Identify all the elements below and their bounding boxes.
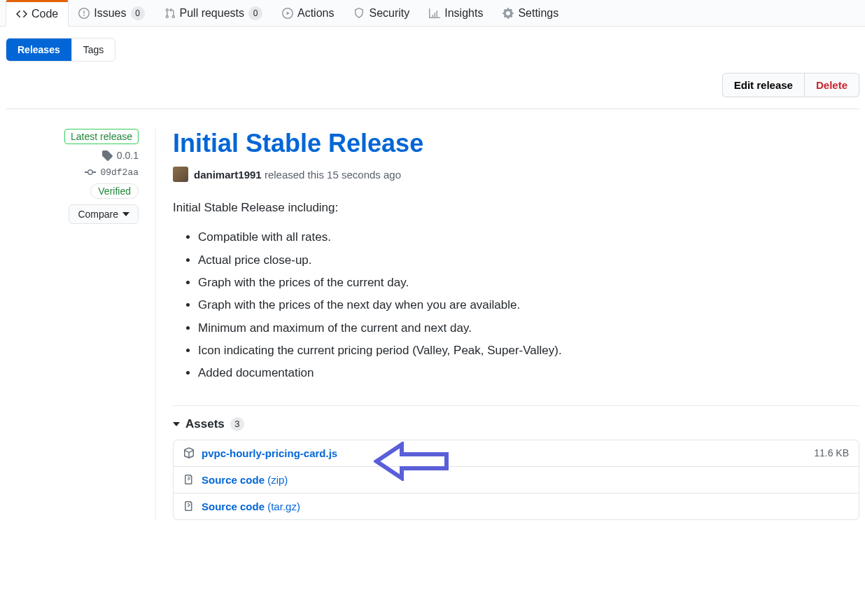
issues-count: 0 — [131, 6, 145, 20]
tab-actions-label: Actions — [297, 7, 334, 20]
pulls-count: 0 — [248, 6, 262, 20]
release-bullets: Compatible with all rates.Actual price c… — [198, 228, 859, 382]
release-meta: danimart1991 released this 15 seconds ag… — [173, 167, 859, 182]
release-meta-text: released this 15 seconds ago — [262, 169, 401, 181]
tab-code-label: Code — [31, 8, 58, 20]
file-zip-icon — [183, 474, 195, 485]
asset-size: 11.6 KB — [814, 447, 849, 458]
compare-button[interactable]: Compare — [69, 204, 139, 224]
code-icon — [16, 8, 27, 20]
release-description: Initial Stable Release including: Compat… — [173, 199, 859, 383]
list-item: Added documentation — [198, 364, 859, 382]
release-author[interactable]: danimart1991 — [194, 169, 262, 181]
assets-count: 3 — [230, 417, 244, 431]
package-icon — [183, 447, 195, 458]
tab-security-label: Security — [369, 7, 409, 20]
tab-insights[interactable]: Insights — [419, 1, 493, 25]
commit-sha: 09df2aa — [100, 167, 139, 178]
tab-settings[interactable]: Settings — [493, 1, 568, 25]
list-item: Compatible with all rates. — [198, 228, 859, 246]
avatar[interactable] — [173, 167, 188, 182]
asset-row[interactable]: pvpc-hourly-pricing-card.js 11.6 KB — [174, 440, 859, 467]
tab-issues[interactable]: Issues 0 — [69, 1, 154, 26]
tab-insights-label: Insights — [444, 7, 483, 20]
assets-toggle[interactable]: Assets 3 — [173, 405, 859, 431]
tag-icon — [101, 150, 113, 161]
tab-issues-label: Issues — [94, 7, 126, 20]
asset-name: Source code (zip) — [202, 474, 288, 486]
tab-code[interactable]: Code — [6, 0, 69, 27]
compare-label: Compare — [78, 209, 118, 220]
latest-release-badge: Latest release — [64, 129, 139, 144]
assets-label: Assets — [185, 417, 225, 431]
asset-row[interactable]: Source code (tar.gz) — [174, 493, 859, 519]
file-zip-icon — [183, 500, 195, 512]
tab-security[interactable]: Security — [344, 1, 419, 25]
release-version: 0.0.1 — [117, 150, 139, 161]
issue-icon — [78, 8, 90, 19]
release-content: Initial Stable Release danimart1991 rele… — [156, 129, 859, 520]
release-tag[interactable]: 0.0.1 — [101, 150, 139, 161]
assets-list: pvpc-hourly-pricing-card.js 11.6 KBSourc… — [173, 440, 859, 520]
delete-release-button[interactable]: Delete — [805, 73, 859, 97]
list-item: Graph with the prices of the next day wh… — [198, 296, 859, 314]
subnav: Releases Tags — [6, 38, 115, 62]
subnav-releases[interactable]: Releases — [6, 38, 72, 61]
verified-badge[interactable]: Verified — [90, 183, 139, 199]
release-title[interactable]: Initial Stable Release — [173, 129, 859, 158]
subnav-tags[interactable]: Tags — [72, 38, 115, 61]
shield-icon — [353, 8, 365, 19]
graph-icon — [429, 8, 440, 19]
asset-row[interactable]: Source code (zip) — [174, 467, 859, 493]
release-sidebar: Latest release 0.0.1 09df2aa Verified Co… — [6, 129, 156, 520]
gear-icon — [502, 8, 514, 19]
list-item: Icon indicating the current pricing peri… — [198, 342, 859, 360]
release-commit[interactable]: 09df2aa — [85, 167, 139, 178]
tab-pulls-label: Pull requests — [180, 7, 245, 20]
list-item: Minimum and maximum of the current and n… — [198, 319, 859, 337]
tab-settings-label: Settings — [518, 7, 558, 20]
release-desc-intro: Initial Stable Release including: — [173, 199, 859, 217]
repo-nav: Code Issues 0 Pull requests 0 Actions Se… — [0, 0, 865, 27]
list-item: Actual price close-up. — [198, 251, 859, 270]
asset-name: pvpc-hourly-pricing-card.js — [202, 447, 337, 459]
triangle-down-icon — [173, 422, 180, 426]
asset-name: Source code (tar.gz) — [202, 500, 300, 512]
list-item: Graph with the prices of the current day… — [198, 274, 859, 292]
play-icon — [282, 8, 293, 19]
git-pull-request-icon — [164, 8, 176, 19]
tab-actions[interactable]: Actions — [272, 1, 344, 25]
tab-pulls[interactable]: Pull requests 0 — [155, 1, 273, 26]
commit-icon — [85, 167, 96, 178]
edit-release-button[interactable]: Edit release — [722, 73, 805, 97]
triangle-down-icon — [122, 212, 129, 216]
